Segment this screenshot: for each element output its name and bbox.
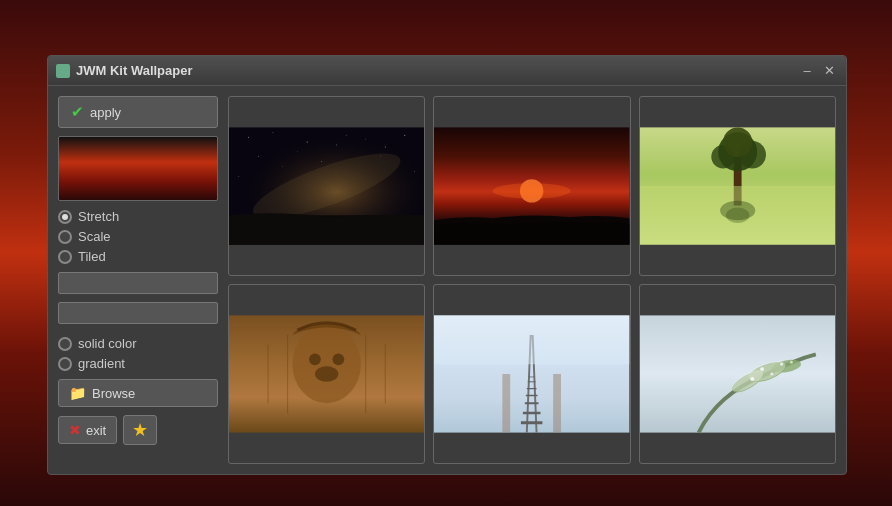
scale-radio[interactable]: Scale [58,229,218,244]
wallpaper-item-5[interactable] [433,284,630,464]
svg-point-21 [493,183,571,199]
svg-point-14 [321,161,322,162]
tiled-radio-circle [58,250,72,264]
wp4-image [229,285,424,463]
svg-point-28 [723,127,752,156]
svg-point-7 [258,156,259,157]
wallpaper-item-3[interactable] [639,96,836,276]
svg-point-12 [238,176,239,177]
svg-point-31 [726,207,749,223]
gradient-radio-circle [58,357,72,371]
app-icon [56,64,70,78]
titlebar: JWM Kit Wallpaper – ✕ [48,56,846,86]
stretch-radio-circle [58,210,72,224]
svg-rect-52 [640,315,835,432]
color-input-2[interactable] [58,302,218,324]
display-mode-group: Stretch Scale Tiled [58,209,218,264]
svg-point-59 [770,373,773,376]
wallpaper-item-2[interactable] [433,96,630,276]
stretch-radio[interactable]: Stretch [58,209,218,224]
svg-rect-51 [434,315,629,364]
minimize-button[interactable]: – [798,62,816,80]
wp1-image [229,97,424,275]
exit-button[interactable]: ✖ exit [58,416,117,444]
preview-thumbnail [58,136,218,201]
tiled-radio[interactable]: Tiled [58,249,218,264]
svg-rect-50 [553,374,561,433]
solid-radio-circle [58,337,72,351]
svg-point-60 [750,377,754,381]
svg-point-58 [760,367,764,371]
svg-point-11 [404,135,405,136]
svg-point-6 [385,146,386,147]
wallpaper-grid [228,96,836,464]
main-window: JWM Kit Wallpaper – ✕ ✔ apply Stretch Sc… [47,55,847,475]
solid-color-radio[interactable]: solid color [58,336,218,351]
wallpaper-item-1[interactable] [228,96,425,276]
wallpaper-item-4[interactable] [228,284,425,464]
apply-label: apply [90,105,121,120]
svg-point-10 [365,139,366,140]
scale-radio-circle [58,230,72,244]
wp2-image [434,97,629,275]
svg-point-62 [790,361,793,364]
bottom-buttons: ✖ exit ★ [58,415,218,445]
svg-point-61 [780,363,783,366]
checkmark-icon: ✔ [71,103,84,121]
svg-point-8 [297,152,298,153]
wp6-image [640,285,835,463]
svg-point-36 [315,366,338,382]
folder-icon: 📁 [69,385,86,401]
svg-rect-49 [503,374,511,433]
color-type-group: solid color gradient [58,336,218,371]
scale-label: Scale [78,229,111,244]
close-button[interactable]: ✕ [820,62,838,80]
stretch-label: Stretch [78,209,119,224]
left-panel: ✔ apply Stretch Scale Tiled [58,96,218,464]
svg-point-35 [333,353,345,365]
wp3-image [640,97,835,275]
browse-label: Browse [92,386,135,401]
browse-button[interactable]: 📁 Browse [58,379,218,407]
tiled-label: Tiled [78,249,106,264]
svg-point-13 [282,166,283,167]
wallpaper-item-6[interactable] [639,284,836,464]
color-input-1[interactable] [58,272,218,294]
svg-point-33 [292,325,360,403]
svg-point-5 [346,135,347,136]
exit-label: exit [86,423,106,438]
window-body: ✔ apply Stretch Scale Tiled [48,86,846,474]
exit-icon: ✖ [69,422,81,438]
svg-point-9 [336,145,337,146]
svg-point-4 [307,142,308,143]
svg-point-34 [309,353,321,365]
svg-point-2 [248,137,249,138]
wp5-image [434,285,629,463]
gradient-radio[interactable]: gradient [58,356,218,371]
gradient-label: gradient [78,356,125,371]
apply-button[interactable]: ✔ apply [58,96,218,128]
solid-color-label: solid color [78,336,137,351]
svg-point-16 [414,171,415,172]
window-title: JWM Kit Wallpaper [76,63,794,78]
svg-point-3 [273,132,274,133]
star-button[interactable]: ★ [123,415,157,445]
